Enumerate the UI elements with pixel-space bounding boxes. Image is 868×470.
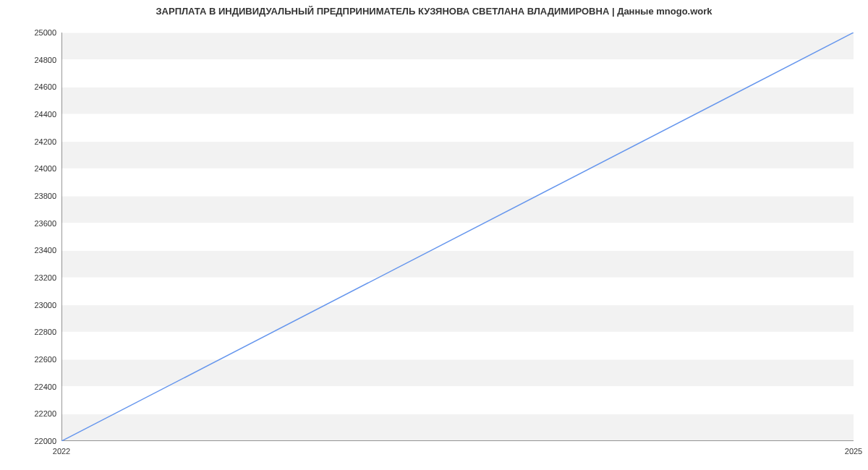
svg-rect-0 xyxy=(61,414,854,441)
plot-area xyxy=(61,33,854,441)
y-tick-label: 23600 xyxy=(6,219,56,228)
y-tick-label: 23200 xyxy=(6,273,56,282)
x-tick-label: 2022 xyxy=(53,447,70,456)
svg-rect-9 xyxy=(61,168,854,196)
y-tick-label: 22600 xyxy=(6,355,56,364)
x-tick-label: 2025 xyxy=(845,447,862,456)
y-tick-label: 23000 xyxy=(6,301,56,309)
svg-rect-12 xyxy=(61,87,854,114)
y-tick-label: 25000 xyxy=(6,28,56,37)
svg-rect-4 xyxy=(61,305,854,333)
svg-rect-1 xyxy=(61,387,854,414)
svg-rect-6 xyxy=(61,250,854,278)
y-tick-label: 24600 xyxy=(6,82,56,91)
chart-title: ЗАРПЛАТА В ИНДИВИДУАЛЬНЫЙ ПРЕДПРИНИМАТЕЛ… xyxy=(0,6,868,17)
chart-svg xyxy=(61,33,854,441)
y-tick-label: 23400 xyxy=(6,246,56,255)
svg-rect-14 xyxy=(61,33,854,60)
svg-rect-11 xyxy=(61,114,854,142)
y-tick-label: 22000 xyxy=(6,437,56,445)
y-tick-label: 22200 xyxy=(6,409,56,418)
y-tick-label: 24200 xyxy=(6,137,56,146)
y-tick-label: 22800 xyxy=(6,328,56,336)
y-tick-label: 23800 xyxy=(6,192,56,200)
svg-rect-2 xyxy=(61,359,854,387)
y-tick-label: 24000 xyxy=(6,164,56,173)
svg-rect-5 xyxy=(61,278,854,305)
svg-rect-3 xyxy=(61,332,854,359)
y-tick-label: 22400 xyxy=(6,383,56,391)
svg-rect-13 xyxy=(61,60,854,87)
y-tick-label: 24800 xyxy=(6,56,56,64)
svg-rect-8 xyxy=(61,196,854,223)
svg-rect-10 xyxy=(61,142,854,169)
y-tick-label: 24400 xyxy=(6,110,56,119)
